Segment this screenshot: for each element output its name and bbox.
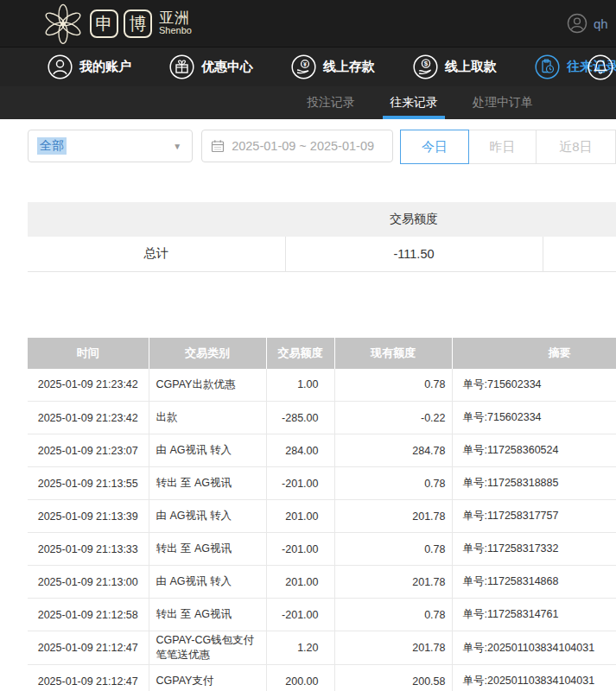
table-row: 2025-01-09 21:13:33转出 至 AG视讯-201.000.78单… — [28, 533, 616, 566]
top-header: 申 博 亚洲 Shenbo qh — [0, 0, 616, 47]
cell-type: CGPAY-CG钱包支付笔笔送优惠 — [149, 631, 266, 665]
user-account[interactable]: qh — [567, 0, 616, 47]
cell-memo: 单号:202501103834104031 — [452, 665, 616, 691]
cell-time: 2025-01-09 21:23:42 — [28, 369, 149, 402]
nav-item-deposit[interactable]: ¥ 线上存款 — [291, 54, 375, 79]
cell-memo: 单号:117258314868 — [452, 566, 616, 599]
cell-memo: 单号:117258317757 — [452, 500, 616, 533]
summary-header-amount: 交易额度 — [285, 202, 543, 237]
chevron-down-icon: ▼ — [173, 142, 181, 151]
cell-balance: -0.22 — [334, 402, 452, 434]
main-nav: 我的账户 优惠中心 ¥ 线上存款 — [0, 47, 616, 86]
summary-header-row: 交易额度 — [28, 202, 616, 237]
today-button[interactable]: 今日 — [400, 130, 469, 164]
username: qh — [594, 16, 616, 31]
table-row: 2025-01-09 21:13:39由 AG视讯 转入201.00201.78… — [28, 500, 616, 533]
transactions-tbody: 2025-01-09 21:23:42CGPAY出款优惠1.000.78单号:7… — [28, 369, 616, 691]
type-select-value: 全部 — [37, 137, 67, 155]
tab-pending-orders[interactable]: 处理中订单 — [473, 86, 533, 119]
cell-amount: -285.00 — [266, 402, 334, 434]
bell-icon — [587, 54, 613, 80]
column-header-balance: 现有额度 — [334, 338, 452, 369]
column-header-type: 交易类别 — [149, 338, 266, 369]
logo-subtitle: Shenbo — [159, 26, 192, 36]
date-range-value: 2025-01-09 ~ 2025-01-09 — [232, 139, 374, 153]
cell-balance: 201.78 — [334, 500, 452, 533]
cell-memo: 单号:117258360524 — [452, 434, 616, 467]
summary-total-empty — [543, 237, 616, 271]
filter-bar: 全部 ▼ 2025-01-09 ~ 2025-01-09 今日 昨日 近8日 — [28, 130, 616, 164]
cell-balance: 0.78 — [334, 467, 452, 500]
column-header-time: 时间 — [28, 338, 149, 369]
summary-total-label: 总计 — [28, 237, 285, 271]
cell-time: 2025-01-09 21:23:07 — [28, 434, 149, 467]
cell-balance: 201.78 — [334, 631, 452, 665]
nav-label: 线上取款 — [445, 59, 497, 75]
cell-amount: -201.00 — [266, 467, 334, 500]
table-row: 2025-01-09 21:12:47CGPAY支付200.00200.58单号… — [28, 665, 616, 691]
last-8-days-button[interactable]: 近8日 — [537, 130, 616, 164]
cell-amount: 1.20 — [266, 631, 334, 665]
cell-balance: 0.78 — [334, 599, 452, 631]
svg-text:$: $ — [424, 60, 429, 67]
table-row: 2025-01-09 21:23:42出款-285.00-0.22单号:7156… — [28, 402, 616, 434]
withdraw-icon: $ — [413, 54, 438, 79]
tab-transaction-records[interactable]: 往来记录 — [390, 86, 438, 119]
summary-header-empty — [28, 202, 285, 237]
table-row: 2025-01-09 21:23:07由 AG视讯 转入284.00284.78… — [28, 434, 616, 467]
cell-type: 转出 至 AG视讯 — [149, 599, 266, 631]
table-row: 2025-01-09 21:23:42CGPAY出款优惠1.000.78单号:7… — [28, 369, 616, 402]
cell-memo: 单号:117258317332 — [452, 533, 616, 566]
cell-memo: 单号:715602334 — [452, 369, 616, 402]
nav-item-withdraw[interactable]: $ 线上取款 — [413, 54, 497, 79]
cell-time: 2025-01-09 21:12:58 — [28, 599, 149, 631]
type-select[interactable]: 全部 ▼ — [28, 130, 193, 162]
tab-betting-records[interactable]: 投注记录 — [307, 86, 355, 119]
cell-time: 2025-01-09 21:12:47 — [28, 631, 149, 665]
cell-memo: 单号:117258318885 — [452, 467, 616, 500]
table-row: 2025-01-09 21:13:55转出 至 AG视讯-201.000.78单… — [28, 467, 616, 500]
notifications-button[interactable] — [587, 54, 613, 84]
cell-amount: 1.00 — [266, 369, 334, 402]
nav-item-promotions[interactable]: 优惠中心 — [169, 54, 253, 79]
cell-balance: 284.78 — [334, 434, 452, 467]
cell-amount: -201.00 — [266, 599, 334, 631]
cell-time: 2025-01-09 21:13:55 — [28, 467, 149, 500]
logo-text: 亚洲 Shenbo — [159, 10, 192, 35]
cell-time: 2025-01-09 21:13:00 — [28, 566, 149, 599]
svg-text:¥: ¥ — [303, 61, 307, 67]
nav-label: 我的账户 — [79, 59, 131, 75]
summary-header-empty-2 — [543, 202, 616, 237]
cell-memo: 单号:202501103834104031 — [452, 631, 616, 665]
cell-amount: 201.00 — [266, 500, 334, 533]
nav-item-my-account[interactable]: 我的账户 — [48, 54, 131, 79]
column-header-memo: 摘要 — [452, 338, 616, 369]
cell-type: 出款 — [149, 402, 266, 434]
table-row: 2025-01-09 21:12:58转出 至 AG视讯-201.000.78单… — [28, 599, 616, 631]
nav-label: 优惠中心 — [201, 59, 253, 75]
flower-logo-icon — [41, 2, 85, 45]
cell-balance: 0.78 — [334, 369, 452, 402]
logo-char-2: 博 — [124, 10, 152, 38]
cell-amount: 200.00 — [266, 665, 334, 691]
table-row: 2025-01-09 21:12:47CGPAY-CG钱包支付笔笔送优惠1.20… — [28, 631, 616, 665]
cell-time: 2025-01-09 21:23:42 — [28, 402, 149, 434]
logo-char-1: 申 — [90, 10, 118, 38]
date-range-input[interactable]: 2025-01-09 ~ 2025-01-09 — [201, 130, 393, 162]
summary-total-row: 总计 -111.50 — [28, 237, 616, 271]
site-logo[interactable]: 申 博 亚洲 Shenbo — [41, 2, 192, 45]
yesterday-button[interactable]: 昨日 — [469, 130, 537, 164]
user-icon — [48, 54, 73, 79]
cell-type: 转出 至 AG视讯 — [149, 533, 266, 566]
cell-memo: 单号:117258314761 — [452, 599, 616, 631]
cell-time: 2025-01-09 21:13:39 — [28, 500, 149, 533]
cell-balance: 201.78 — [334, 566, 452, 599]
cell-type: 转出 至 AG视讯 — [149, 467, 266, 500]
logo-region: 亚洲 — [159, 10, 192, 26]
cell-type: CGPAY支付 — [149, 665, 266, 691]
cell-type: 由 AG视讯 转入 — [149, 566, 266, 599]
transactions-header-row: 时间 交易类别 交易额度 现有额度 摘要 — [28, 338, 616, 369]
cell-type: 由 AG视讯 转入 — [149, 434, 266, 467]
cell-type: CGPAY出款优惠 — [149, 369, 266, 402]
cell-balance: 200.58 — [334, 665, 452, 691]
